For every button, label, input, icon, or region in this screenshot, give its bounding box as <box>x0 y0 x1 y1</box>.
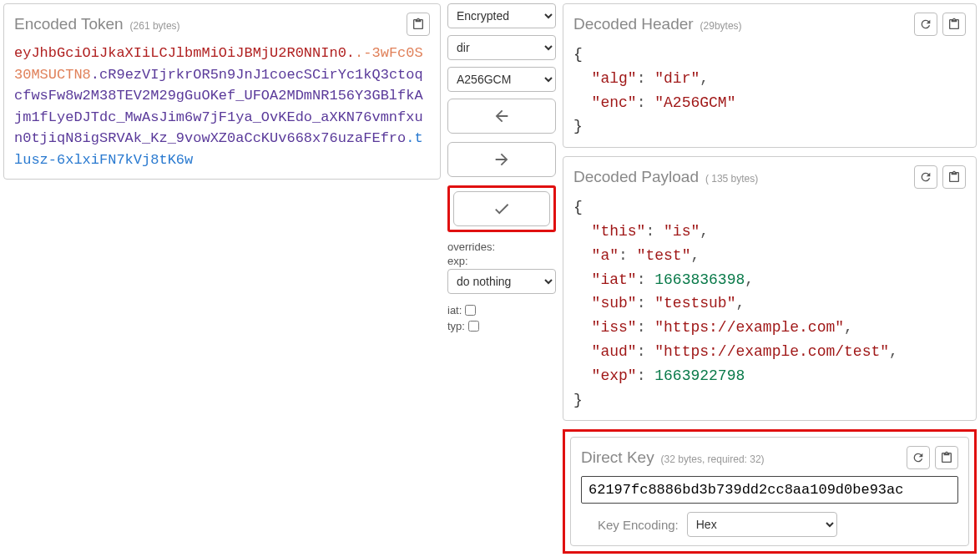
payload-refresh-button[interactable] <box>914 165 937 189</box>
decode-button[interactable] <box>447 99 556 134</box>
alg-select[interactable]: dir <box>447 35 556 60</box>
decoded-payload-title: Decoded Payload <box>573 168 699 185</box>
decoded-payload-json[interactable]: { "this": "is", "a": "test", "iat": 1663… <box>573 195 966 412</box>
encoded-token-text[interactable]: eyJhbGciOiJkaXIiLCJlbmMiOiJBMjU2R0NNIn0.… <box>14 43 430 170</box>
key-encoding-select[interactable]: Hex <box>687 512 837 537</box>
encode-button[interactable] <box>447 142 556 177</box>
direct-key-size: (32 bytes, required: 32) <box>661 453 765 465</box>
typ-label: typ: <box>447 320 465 332</box>
check-icon <box>493 200 511 218</box>
direct-key-input[interactable] <box>581 476 958 504</box>
decoded-header-title: Decoded Header <box>573 15 694 33</box>
decoded-payload-size: ( 135 bytes) <box>705 173 758 185</box>
direct-key-panel: Direct Key (32 bytes, required: 32) <box>570 437 969 546</box>
encoded-token-panel: Encoded Token (261 bytes) eyJhbGciOiJkaX… <box>3 3 441 180</box>
decoded-header-json[interactable]: { "alg": "dir", "enc": "A256GCM" } <box>573 43 966 139</box>
enc-select[interactable]: A256GCM <box>447 67 556 92</box>
clipboard-icon <box>947 18 961 31</box>
key-refresh-button[interactable] <box>907 446 930 469</box>
verify-button[interactable] <box>453 191 550 226</box>
exp-override-select[interactable]: do nothing <box>447 269 556 294</box>
clipboard-icon <box>940 451 953 464</box>
refresh-icon <box>919 18 932 31</box>
arrow-right-icon <box>493 150 511 169</box>
decoded-header-size: (29bytes) <box>700 20 742 32</box>
verify-highlight <box>447 185 556 232</box>
exp-label: exp: <box>447 255 556 267</box>
encoded-token-title: Encoded Token <box>14 15 124 33</box>
refresh-icon <box>919 170 932 184</box>
clipboard-icon <box>947 170 961 184</box>
overrides-label: overrides: <box>447 241 556 253</box>
clipboard-icon <box>412 18 425 31</box>
arrow-left-icon <box>493 107 511 125</box>
payload-copy-button[interactable] <box>942 165 966 189</box>
decoded-payload-panel: Decoded Payload ( 135 bytes) { "this": "… <box>563 156 977 421</box>
direct-key-highlight: Direct Key (32 bytes, required: 32) <box>563 429 977 554</box>
encoded-token-size: (261 bytes) <box>130 20 180 32</box>
paste-button[interactable] <box>407 13 430 36</box>
key-encoding-label: Key Encoding: <box>581 518 679 532</box>
iat-label: iat: <box>447 304 462 316</box>
key-copy-button[interactable] <box>935 446 958 469</box>
controls-column: Encrypted dir A256GCM overrides: exp: do… <box>447 3 556 554</box>
header-copy-button[interactable] <box>942 13 966 36</box>
typ-checkbox[interactable] <box>468 321 479 332</box>
iat-checkbox[interactable] <box>465 305 476 316</box>
decoded-header-panel: Decoded Header (29bytes) { "alg": "dir",… <box>563 3 977 148</box>
token-header-part: eyJhbGciOiJkaXIiLCJlbmMiOiJBMjU2R0NNIn0. <box>14 45 355 61</box>
refresh-icon <box>912 451 925 464</box>
token-type-select[interactable]: Encrypted <box>447 3 556 28</box>
direct-key-title: Direct Key <box>581 448 654 466</box>
header-refresh-button[interactable] <box>914 13 937 36</box>
